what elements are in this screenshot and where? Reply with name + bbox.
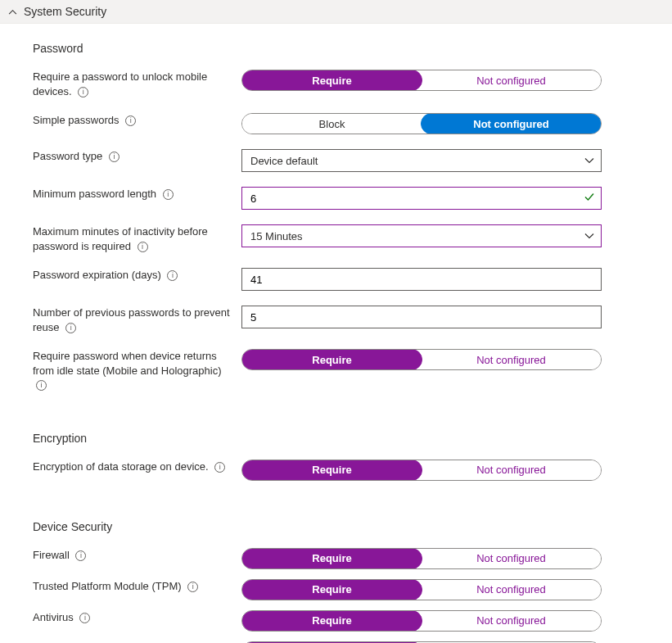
row-previous-passwords: Number of previous passwords to prevent …: [33, 306, 639, 334]
group-heading-encryption: Encryption: [33, 432, 639, 445]
select-value: Device default: [250, 155, 318, 167]
row-data-storage: Encryption of data storage on device. i …: [33, 460, 639, 481]
select-max-inactivity[interactable]: 15 Minutes: [241, 224, 602, 247]
row-require-idle: Require password when device returns fro…: [33, 349, 639, 392]
label-data-storage: Encryption of data storage on device.: [33, 460, 209, 473]
section-header[interactable]: System Security: [0, 0, 672, 24]
toggle-option-require[interactable]: Require: [241, 460, 422, 481]
row-simple-passwords: Simple passwords i Block Not configured: [33, 113, 639, 134]
toggle-option-require[interactable]: Require: [241, 349, 422, 370]
toggle-option-require[interactable]: Require: [241, 70, 422, 91]
toggle-option-require[interactable]: Require: [241, 548, 422, 569]
label-antivirus: Antivirus: [33, 611, 74, 623]
group-password: Password Require a password to unlock mo…: [33, 42, 639, 392]
row-firewall: Firewall i Require Not configured: [33, 548, 639, 569]
row-expiration: Password expiration (days) i: [33, 268, 639, 291]
toggle-option-not-configured[interactable]: Not configured: [422, 611, 601, 631]
toggle-option-require[interactable]: Require: [241, 610, 422, 632]
select-value: 15 Minutes: [250, 230, 303, 242]
info-icon[interactable]: i: [214, 462, 225, 473]
select-password-type[interactable]: Device default: [241, 149, 602, 172]
input-previous-passwords[interactable]: [241, 306, 602, 328]
info-icon[interactable]: i: [78, 87, 88, 97]
group-heading-password: Password: [33, 42, 639, 55]
toggle-option-not-configured[interactable]: Not configured: [422, 350, 601, 369]
row-max-inactivity: Maximum minutes of inactivity before pas…: [33, 224, 639, 253]
input-min-length[interactable]: [241, 187, 602, 210]
toggle-require-idle[interactable]: Require Not configured: [241, 349, 602, 370]
label-min-length: Minimum password length: [33, 188, 156, 200]
label-tpm: Trusted Platform Module (TPM): [33, 580, 182, 592]
toggle-tpm[interactable]: Require Not configured: [241, 579, 602, 600]
toggle-option-not-configured[interactable]: Not configured: [422, 580, 601, 600]
toggle-option-require[interactable]: Require: [241, 579, 422, 600]
info-icon[interactable]: i: [109, 152, 120, 162]
label-simple-passwords: Simple passwords: [33, 114, 120, 126]
label-previous-passwords: Number of previous passwords to prevent …: [33, 306, 230, 333]
info-icon[interactable]: i: [125, 115, 136, 126]
section-content: Password Require a password to unlock mo…: [0, 24, 672, 643]
toggle-option-not-configured[interactable]: Not configured: [422, 460, 601, 480]
input-expiration[interactable]: [241, 268, 602, 291]
label-require-idle: Require password when device returns fro…: [33, 350, 222, 377]
row-require-unlock: Require a password to unlock mobile devi…: [33, 70, 639, 98]
info-icon[interactable]: i: [36, 380, 47, 391]
check-icon: [584, 192, 595, 206]
toggle-require-unlock[interactable]: Require Not configured: [241, 70, 602, 91]
chevron-down-icon: [584, 230, 594, 242]
toggle-option-block[interactable]: Block: [242, 114, 422, 134]
label-expiration: Password expiration (days): [33, 269, 161, 281]
info-icon[interactable]: i: [79, 613, 90, 623]
group-heading-device-security: Device Security: [33, 520, 639, 533]
info-icon[interactable]: i: [167, 270, 178, 281]
group-encryption: Encryption Encryption of data storage on…: [33, 432, 639, 481]
label-firewall: Firewall: [33, 549, 70, 561]
toggle-option-not-configured[interactable]: Not configured: [422, 70, 601, 90]
label-max-inactivity: Maximum minutes of inactivity before pas…: [33, 225, 208, 252]
info-icon[interactable]: i: [75, 550, 86, 561]
toggle-simple-passwords[interactable]: Block Not configured: [241, 113, 602, 134]
toggle-option-not-configured[interactable]: Not configured: [422, 549, 601, 568]
chevron-up-icon: [8, 9, 17, 15]
toggle-antivirus[interactable]: Require Not configured: [241, 610, 602, 632]
group-device-security: Device Security Firewall i Require Not c…: [33, 520, 639, 643]
toggle-data-storage[interactable]: Require Not configured: [241, 460, 602, 481]
info-icon[interactable]: i: [138, 242, 148, 252]
toggle-option-not-configured[interactable]: Not configured: [421, 113, 602, 134]
row-antivirus: Antivirus i Require Not configured: [33, 610, 639, 632]
info-icon[interactable]: i: [163, 189, 174, 200]
row-min-length: Minimum password length i: [33, 187, 639, 210]
row-password-type: Password type i Device default: [33, 149, 639, 172]
chevron-down-icon: [584, 155, 594, 167]
section-title: System Security: [24, 5, 106, 18]
info-icon[interactable]: i: [65, 323, 76, 333]
label-require-unlock: Require a password to unlock mobile devi…: [33, 70, 207, 97]
row-tpm: Trusted Platform Module (TPM) i Require …: [33, 579, 639, 600]
label-password-type: Password type: [33, 150, 102, 162]
info-icon[interactable]: i: [187, 582, 198, 592]
toggle-firewall[interactable]: Require Not configured: [241, 548, 602, 569]
